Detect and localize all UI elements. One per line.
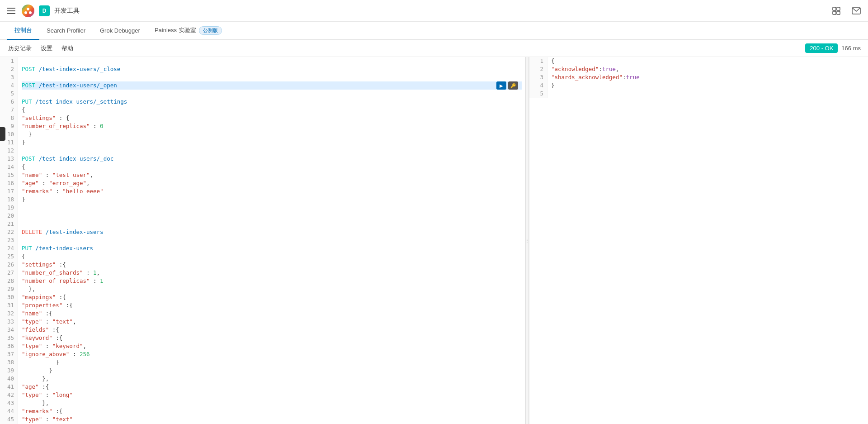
editor-line-15: "name" : "test user", xyxy=(22,171,522,179)
editor-line-26: "settings" :{ xyxy=(22,261,522,269)
mail-icon[interactable] xyxy=(850,5,863,16)
beta-badge: 公测版 xyxy=(199,26,222,35)
editor-line-16: "age" : "error_age", xyxy=(22,179,522,187)
tab-search-profiler[interactable]: Search Profiler xyxy=(39,22,93,40)
editor-scroll[interactable]: 1234567891011121314151617181920212223242… xyxy=(0,57,525,424)
editor-line-40: }, xyxy=(22,375,522,383)
response-time: 166 ms xyxy=(841,45,861,52)
tab-painless[interactable]: Painless 实验室 公测版 xyxy=(147,22,229,40)
editor-line-2: POST /test-index-users/_close xyxy=(22,65,522,73)
editor-line-29: }, xyxy=(22,285,522,293)
editor-line-33: "type" : "text", xyxy=(22,318,522,326)
response-content: { "acknowledged" : true, "shards_acknowl… xyxy=(547,57,643,98)
editor-line-1 xyxy=(22,57,522,65)
extensions-icon[interactable] xyxy=(830,5,843,17)
editor-line-22: DELETE /test-index-users xyxy=(22,228,522,236)
response-line-4: } xyxy=(551,81,640,90)
response-code: 12345 { "acknowledged" : true, "shards_a… xyxy=(529,57,868,98)
editor-line-4: POST /test-index-users/_open ▶ 🔑 xyxy=(22,81,522,90)
editor-line-28: "number_of_replicas" : 1 xyxy=(22,277,522,285)
editor-line-39: } xyxy=(22,367,522,375)
editor-line-14: { xyxy=(22,163,522,171)
editor-line-31: "properties" :{ xyxy=(22,301,522,310)
response-line-5 xyxy=(551,90,640,98)
line-numbers: 1234567891011121314151617181920212223242… xyxy=(0,57,18,424)
hamburger-menu[interactable] xyxy=(5,6,17,16)
response-line-1: { xyxy=(551,57,640,65)
response-line-2: "acknowledged" : true, xyxy=(551,65,640,73)
editor-line-27: "number_of_shards" : 1, xyxy=(22,269,522,277)
svg-rect-4 xyxy=(837,7,840,10)
editor-line-38: } xyxy=(22,358,522,367)
status-badge: 200 - OK xyxy=(805,43,838,53)
run-button[interactable]: ▶ xyxy=(496,81,506,90)
resize-handle[interactable]: ⋮ xyxy=(525,57,529,424)
main-content: 单击以发送请求 12345678910111213141516171819202… xyxy=(0,57,868,424)
editor-line-18: } xyxy=(22,195,522,204)
top-bar: D 开发工具 xyxy=(0,0,868,22)
editor-line-6: PUT /test-index-users/_settings xyxy=(22,98,522,106)
app-title: 开发工具 xyxy=(54,7,80,15)
editor-line-24: PUT /test-index-users xyxy=(22,244,522,252)
editor-line-35: "keyword" :{ xyxy=(22,334,522,342)
editor-line-12 xyxy=(22,147,522,155)
svg-point-2 xyxy=(29,11,32,14)
editor-line-9: "number_of_replicas" : 0 xyxy=(22,122,522,130)
app-avatar: D xyxy=(39,5,50,16)
editor-line-7: { xyxy=(22,106,522,114)
svg-rect-3 xyxy=(833,7,836,10)
tab-grok-debugger[interactable]: Grok Debugger xyxy=(93,22,147,40)
editor-line-25: { xyxy=(22,252,522,261)
editor-line-8: "settings" : { xyxy=(22,114,522,122)
copy-button[interactable]: 🔑 xyxy=(508,81,518,90)
svg-rect-6 xyxy=(837,11,840,14)
response-line-numbers: 12345 xyxy=(529,57,547,98)
code-content[interactable]: POST /test-index-users/_closePOST /test-… xyxy=(18,57,525,424)
editor-line-32: "name" :{ xyxy=(22,310,522,318)
svg-point-0 xyxy=(27,8,29,10)
tab-console[interactable]: 控制台 xyxy=(7,22,39,40)
editor-line-17: "remarks" : "hello eeee" xyxy=(22,187,522,195)
editor-line-13: POST /test-index-users/_doc xyxy=(22,155,522,163)
editor-line-21 xyxy=(22,220,522,228)
editor-line-20 xyxy=(22,212,522,220)
editor-line-45: "type" : "text" xyxy=(22,415,522,424)
svg-rect-5 xyxy=(833,11,836,14)
editor-line-30: "mappings" :{ xyxy=(22,293,522,301)
editor-line-44: "remarks" :{ xyxy=(22,407,522,415)
secondary-bar: 历史记录 设置 帮助 200 - OK 166 ms xyxy=(0,40,868,57)
editor-line-11: } xyxy=(22,138,522,147)
tab-bar: 控制台 Search Profiler Grok Debugger Painle… xyxy=(0,22,868,40)
editor-line-36: "type" : "keyword", xyxy=(22,342,522,350)
editor-line-5 xyxy=(22,90,522,98)
editor-line-19 xyxy=(22,204,522,212)
editor-pane: 单击以发送请求 12345678910111213141516171819202… xyxy=(0,57,525,424)
editor-line-34: "fields" :{ xyxy=(22,326,522,334)
editor-line-42: "type" : "long" xyxy=(22,391,522,399)
editor-line-3 xyxy=(22,73,522,81)
response-line-3: "shards_acknowledged" : true xyxy=(551,73,640,81)
logo xyxy=(22,5,34,17)
editor-line-41: "age" :{ xyxy=(22,383,522,391)
code-editor[interactable]: 1234567891011121314151617181920212223242… xyxy=(0,57,525,424)
editor-line-43: }, xyxy=(22,399,522,407)
editor-line-23 xyxy=(22,236,522,244)
editor-line-10: } xyxy=(22,130,522,138)
help-btn[interactable]: 帮助 xyxy=(61,43,74,54)
settings-btn[interactable]: 设置 xyxy=(40,43,53,54)
editor-line-37: "ignore_above" : 256 xyxy=(22,350,522,358)
history-btn[interactable]: 历史记录 xyxy=(7,43,33,54)
response-pane: 12345 { "acknowledged" : true, "shards_a… xyxy=(529,57,868,424)
svg-point-1 xyxy=(24,11,27,14)
